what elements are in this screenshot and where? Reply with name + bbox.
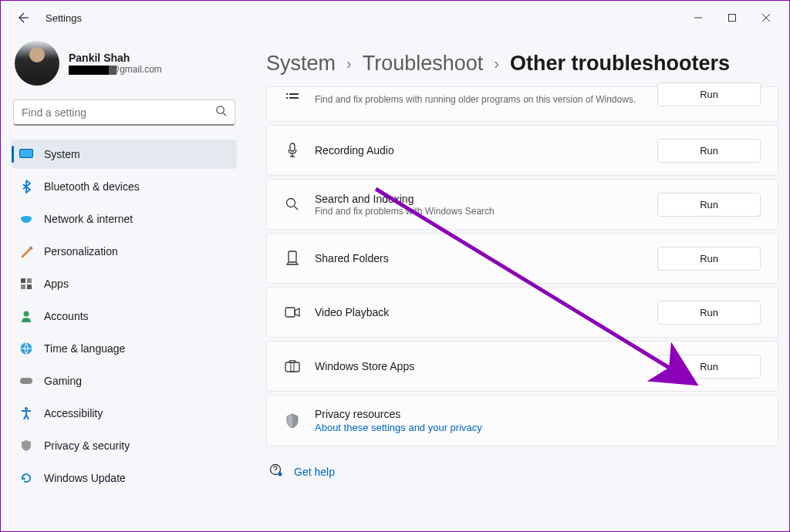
svg-point-24 — [279, 473, 282, 476]
back-button[interactable] — [13, 8, 32, 27]
run-button[interactable]: Run — [657, 82, 761, 106]
chevron-right-icon: › — [346, 55, 352, 72]
update-icon — [19, 471, 33, 485]
run-button[interactable]: Run — [657, 301, 761, 325]
card-title: Shared Folders — [315, 252, 643, 264]
chevron-right-icon: › — [494, 55, 499, 72]
bluetooth-icon — [19, 180, 33, 194]
sidebar-item-label: Windows Update — [44, 472, 126, 484]
nav-list: System Bluetooth & devices Network & int… — [12, 140, 237, 493]
svg-point-18 — [287, 199, 295, 207]
svg-rect-22 — [291, 362, 294, 372]
privacy-link[interactable]: About these settings and your privacy — [315, 422, 761, 433]
sidebar-item-label: Bluetooth & devices — [44, 180, 140, 193]
help-label: Get help — [294, 466, 335, 478]
run-button[interactable]: Run — [657, 193, 761, 217]
sidebar-item-label: Network & internet — [44, 213, 133, 225]
sidebar-item-network[interactable]: Network & internet — [12, 204, 237, 234]
svg-rect-19 — [289, 251, 296, 262]
svg-rect-7 — [21, 285, 25, 289]
troubleshooter-card-compat: Find and fix problems with running older… — [266, 86, 778, 122]
svg-point-12 — [25, 407, 28, 410]
card-title: Windows Store Apps — [315, 360, 643, 372]
svg-rect-13 — [286, 93, 288, 95]
svg-rect-21 — [285, 362, 299, 372]
profile-email: @gmail.com — [69, 64, 162, 75]
privacy-icon — [19, 439, 33, 453]
svg-rect-20 — [285, 308, 295, 317]
sidebar-item-label: Personalization — [44, 245, 118, 258]
svg-rect-11 — [20, 378, 32, 384]
minimize-button[interactable] — [681, 5, 715, 30]
search-icon — [284, 197, 301, 211]
shared-folders-icon — [284, 251, 301, 266]
card-title: Search and Indexing — [315, 193, 643, 205]
gaming-icon — [19, 374, 33, 388]
sidebar-item-windows-update[interactable]: Windows Update — [12, 463, 237, 493]
run-button[interactable]: Run — [657, 139, 761, 163]
troubleshooter-card-video-playback: Video Playback Run — [266, 287, 778, 338]
svg-point-9 — [24, 311, 29, 317]
sidebar-item-apps[interactable]: Apps — [12, 269, 237, 298]
svg-rect-6 — [27, 278, 32, 283]
troubleshooter-card-search-indexing: Search and IndexingFind and fix problems… — [266, 179, 778, 230]
video-icon — [284, 307, 301, 318]
svg-rect-0 — [729, 15, 736, 22]
sidebar-item-accessibility[interactable]: Accessibility — [12, 399, 237, 428]
sidebar-item-label: Accessibility — [44, 407, 103, 419]
sidebar-item-label: Apps — [44, 278, 69, 290]
breadcrumb: System › Troubleshoot › Other troublesho… — [266, 52, 778, 76]
sidebar-item-personalization[interactable]: Personalization — [12, 237, 237, 266]
microphone-icon — [284, 143, 301, 158]
compat-icon — [284, 92, 301, 103]
troubleshooter-card-recording-audio: Recording Audio Run — [266, 125, 778, 176]
svg-rect-3 — [21, 150, 32, 157]
search-icon — [215, 105, 227, 120]
sidebar-item-privacy[interactable]: Privacy & security — [12, 431, 237, 460]
window-title: Settings — [46, 12, 82, 24]
run-button[interactable]: Run — [657, 355, 761, 379]
close-button[interactable] — [749, 5, 783, 30]
svg-rect-8 — [27, 285, 32, 289]
card-desc: Find and fix problems with Windows Searc… — [315, 206, 643, 217]
sidebar-item-bluetooth[interactable]: Bluetooth & devices — [12, 172, 237, 201]
system-icon — [19, 147, 33, 161]
card-title: Video Playback — [315, 306, 643, 318]
accessibility-icon — [19, 406, 33, 420]
get-help-link[interactable]: Get help — [266, 446, 778, 497]
search-input[interactable] — [13, 99, 235, 126]
troubleshooter-card-windows-store-apps: Windows Store Apps Run — [266, 341, 778, 392]
sidebar-item-label: Time & language — [44, 342, 125, 355]
shield-icon — [284, 413, 301, 429]
privacy-resources-card[interactable]: Privacy resources About these settings a… — [266, 395, 778, 446]
search-field[interactable] — [22, 106, 215, 119]
troubleshooter-card-shared-folders: Shared Folders Run — [266, 233, 778, 284]
sidebar-item-time-language[interactable]: Time & language — [12, 334, 237, 363]
sidebar-item-label: Accounts — [44, 310, 89, 322]
maximize-button[interactable] — [715, 5, 749, 30]
profile-name: Pankil Shah — [69, 52, 162, 64]
time-language-icon — [19, 342, 33, 355]
sidebar-item-system[interactable]: System — [12, 140, 237, 169]
svg-rect-15 — [286, 97, 288, 99]
svg-point-1 — [217, 106, 224, 113]
svg-rect-5 — [21, 278, 25, 283]
sidebar-item-label: System — [44, 148, 80, 160]
network-icon — [19, 212, 33, 226]
run-button[interactable]: Run — [657, 247, 761, 271]
apps-icon — [19, 277, 33, 291]
card-title: Recording Audio — [315, 144, 643, 157]
sidebar-item-gaming[interactable]: Gaming — [12, 366, 237, 396]
sidebar-item-accounts[interactable]: Accounts — [12, 301, 237, 331]
privacy-title: Privacy resources — [315, 408, 761, 420]
breadcrumb-mid[interactable]: Troubleshoot — [363, 52, 484, 76]
breadcrumb-root[interactable]: System — [266, 52, 336, 76]
sidebar-item-label: Gaming — [44, 375, 82, 387]
sidebar-item-label: Privacy & security — [44, 439, 130, 452]
profile[interactable]: Pankil Shah @gmail.com — [12, 39, 237, 99]
svg-rect-14 — [289, 93, 299, 95]
store-icon — [284, 360, 301, 372]
breadcrumb-current: Other troubleshooters — [510, 52, 730, 76]
personalization-icon — [19, 244, 33, 258]
avatar — [15, 41, 59, 86]
